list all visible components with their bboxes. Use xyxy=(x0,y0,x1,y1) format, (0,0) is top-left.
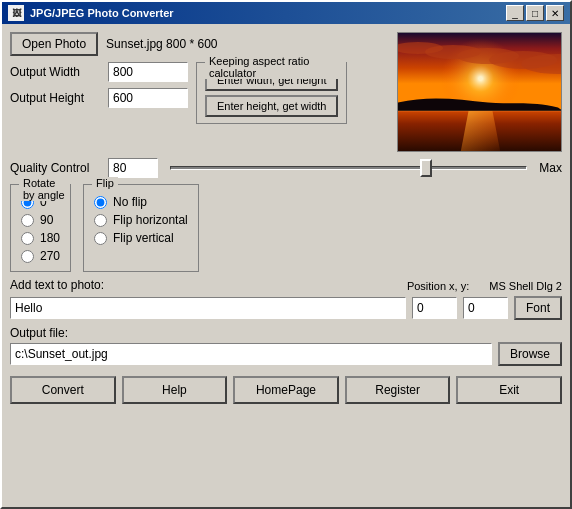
position-x-input[interactable] xyxy=(412,297,457,319)
main-content: Open Photo Sunset.jpg 800 * 600 Output W… xyxy=(2,24,570,507)
rotate-radio-group: 0 90 180 270 xyxy=(21,195,60,263)
flip-none-option[interactable]: No flip xyxy=(94,195,188,209)
homepage-button[interactable]: HomePage xyxy=(233,376,339,404)
max-label: Max xyxy=(539,161,562,175)
main-window: 🖼 JPG/JPEG Photo Converter _ □ ✕ Open Ph… xyxy=(0,0,572,509)
photo-preview xyxy=(397,32,562,152)
output-height-label: Output Height xyxy=(10,91,100,105)
flip-group: Flip No flip Flip horizontal Flip vertic… xyxy=(83,184,199,272)
open-photo-button[interactable]: Open Photo xyxy=(10,32,98,56)
flip-vertical-radio[interactable] xyxy=(94,232,107,245)
browse-button[interactable]: Browse xyxy=(498,342,562,366)
open-photo-area: Open Photo Sunset.jpg 800 * 600 xyxy=(10,32,389,56)
help-button[interactable]: Help xyxy=(122,376,228,404)
bottom-buttons-row: Convert Help HomePage Register Exit xyxy=(10,376,562,404)
rotate-270-radio[interactable] xyxy=(21,250,34,263)
quality-slider-thumb[interactable] xyxy=(420,159,432,177)
close-button[interactable]: ✕ xyxy=(546,5,564,21)
maximize-button[interactable]: □ xyxy=(526,5,544,21)
title-bar-text: 🖼 JPG/JPEG Photo Converter xyxy=(8,5,174,21)
flip-horizontal-option[interactable]: Flip horizontal xyxy=(94,213,188,227)
font-button[interactable]: Font xyxy=(514,296,562,320)
quality-label: Quality Control xyxy=(10,161,100,175)
title-bar: 🖼 JPG/JPEG Photo Converter _ □ ✕ xyxy=(2,2,570,24)
flip-none-radio[interactable] xyxy=(94,196,107,209)
text-section-label: Add text to photo: xyxy=(10,278,104,292)
window-icon: 🖼 xyxy=(8,5,24,21)
open-photo-row: Open Photo Sunset.jpg 800 * 600 Output W… xyxy=(10,32,562,152)
width-row: Output Width xyxy=(10,62,188,82)
position-label: Position x, y: xyxy=(407,280,469,292)
quality-input[interactable] xyxy=(108,158,158,178)
flip-horizontal-radio[interactable] xyxy=(94,214,107,227)
flip-radio-group: No flip Flip horizontal Flip vertical xyxy=(94,195,188,245)
preview-canvas xyxy=(398,33,562,152)
output-width-label: Output Width xyxy=(10,65,100,79)
flip-vertical-option[interactable]: Flip vertical xyxy=(94,231,188,245)
exit-button[interactable]: Exit xyxy=(456,376,562,404)
convert-button[interactable]: Convert xyxy=(10,376,116,404)
rotate-90-option[interactable]: 90 xyxy=(21,213,60,227)
quality-slider-track[interactable] xyxy=(170,166,527,170)
quality-row: Quality Control Max xyxy=(10,158,562,178)
font-section-label: MS Shell Dlg 2 xyxy=(489,280,562,292)
enter-height-button[interactable]: Enter height, get width xyxy=(205,95,338,117)
rotate-180-option[interactable]: 180 xyxy=(21,231,60,245)
output-label: Output file: xyxy=(10,326,562,340)
aspect-ratio-box: Keeping aspect ratio calculator Enter wi… xyxy=(196,62,347,124)
window-title: JPG/JPEG Photo Converter xyxy=(30,7,174,19)
rotate-group-title: Rotate by angle xyxy=(19,177,70,201)
header-area: Open Photo Sunset.jpg 800 * 600 Output W… xyxy=(10,32,389,124)
minimize-button[interactable]: _ xyxy=(506,5,524,21)
flip-group-title: Flip xyxy=(92,177,118,189)
dimensions-row: Output Width Output Height Keeping aspec… xyxy=(10,62,389,124)
aspect-ratio-title: Keeping aspect ratio calculator xyxy=(205,55,346,79)
output-width-input[interactable] xyxy=(108,62,188,82)
title-buttons: _ □ ✕ xyxy=(506,5,564,21)
text-input-row: Font xyxy=(10,296,562,320)
filename-label: Sunset.jpg 800 * 600 xyxy=(106,37,217,51)
rotate-90-radio[interactable] xyxy=(21,214,34,227)
add-text-input[interactable] xyxy=(10,297,406,319)
output-file-input[interactable] xyxy=(10,343,492,365)
height-row: Output Height xyxy=(10,88,188,108)
rotate-270-option[interactable]: 270 xyxy=(21,249,60,263)
output-section: Output file: Browse xyxy=(10,326,562,366)
register-button[interactable]: Register xyxy=(345,376,451,404)
rotate-180-radio[interactable] xyxy=(21,232,34,245)
output-height-input[interactable] xyxy=(108,88,188,108)
text-section: Add text to photo: Position x, y: MS She… xyxy=(10,278,562,320)
dimensions-area: Output Width Output Height xyxy=(10,62,188,108)
rotate-flip-row: Rotate by angle 0 90 180 270 xyxy=(10,184,562,272)
position-y-input[interactable] xyxy=(463,297,508,319)
output-row: Browse xyxy=(10,342,562,366)
rotate-group: Rotate by angle 0 90 180 270 xyxy=(10,184,71,272)
